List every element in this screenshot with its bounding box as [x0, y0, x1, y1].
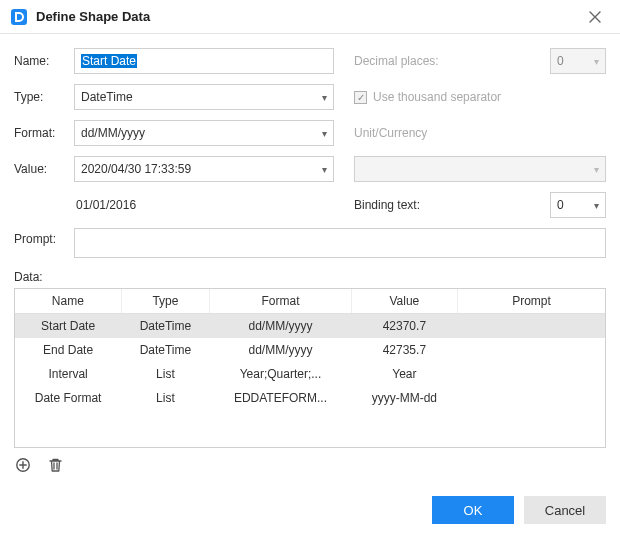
dialog-window: Define Shape Data Name: Start Date Decim…: [0, 0, 620, 538]
cell-value: 42370.7: [351, 314, 457, 339]
type-value: DateTime: [81, 90, 133, 104]
titlebar: Define Shape Data: [0, 0, 620, 34]
name-label: Name:: [14, 54, 74, 68]
decimal-places-value: 0: [557, 54, 564, 68]
add-row-button[interactable]: [14, 456, 32, 474]
value-label: Value:: [14, 162, 74, 176]
cell-format: dd/MM/yyyy: [210, 338, 352, 362]
format-value: dd/MM/yyyy: [81, 126, 145, 140]
close-icon: [589, 11, 601, 23]
thousand-separator-row: Use thousand separator: [354, 90, 606, 104]
thousand-separator-label: Use thousand separator: [373, 90, 501, 104]
cell-name: Date Format: [15, 386, 121, 410]
cell-format: Year;Quarter;...: [210, 362, 352, 386]
unit-currency-select[interactable]: [354, 156, 606, 182]
col-prompt[interactable]: Prompt: [457, 289, 605, 314]
value-select[interactable]: 2020/04/30 17:33:59: [74, 156, 334, 182]
trash-icon: [48, 457, 63, 473]
data-label: Data:: [14, 270, 606, 284]
cancel-button[interactable]: Cancel: [524, 496, 606, 524]
dialog-title: Define Shape Data: [36, 9, 150, 24]
value-value: 2020/04/30 17:33:59: [81, 162, 191, 176]
cell-type: DateTime: [121, 314, 210, 339]
decimal-places-label: Decimal places:: [354, 54, 474, 68]
cell-value: 42735.7: [351, 338, 457, 362]
type-label: Type:: [14, 90, 74, 104]
svg-rect-0: [11, 9, 27, 25]
cell-value: Year: [351, 362, 457, 386]
col-name[interactable]: Name: [15, 289, 121, 314]
app-icon: [10, 8, 28, 26]
cell-prompt: [457, 386, 605, 410]
binding-text-label: Binding text:: [354, 198, 540, 212]
prompt-input[interactable]: [74, 228, 606, 258]
binding-text-value: 0: [557, 198, 564, 212]
format-label: Format:: [14, 126, 74, 140]
cell-type: List: [121, 362, 210, 386]
name-input-value: Start Date: [81, 54, 137, 68]
col-type[interactable]: Type: [121, 289, 210, 314]
prompt-label: Prompt:: [14, 228, 74, 246]
table-row[interactable]: IntervalListYear;Quarter;...Year: [15, 362, 605, 386]
table-row[interactable]: Start DateDateTimedd/MM/yyyy42370.7: [15, 314, 605, 339]
col-format[interactable]: Format: [210, 289, 352, 314]
table-header-row: Name Type Format Value Prompt: [15, 289, 605, 314]
cell-format: dd/MM/yyyy: [210, 314, 352, 339]
dialog-footer: OK Cancel: [0, 488, 620, 538]
table-row[interactable]: End DateDateTimedd/MM/yyyy42735.7: [15, 338, 605, 362]
cell-format: EDDATEFORM...: [210, 386, 352, 410]
form-grid: Name: Start Date Decimal places: 0 Type:…: [14, 48, 606, 218]
ok-button[interactable]: OK: [432, 496, 514, 524]
name-input[interactable]: Start Date: [74, 48, 334, 74]
data-table[interactable]: Name Type Format Value Prompt Start Date…: [14, 288, 606, 448]
data-section: Data: Name Type Format Value Prompt: [14, 270, 606, 478]
table-row[interactable]: Date FormatListEDDATEFORM...yyyy-MM-dd: [15, 386, 605, 410]
type-select[interactable]: DateTime: [74, 84, 334, 110]
cell-prompt: [457, 362, 605, 386]
cell-prompt: [457, 314, 605, 339]
delete-row-button[interactable]: [46, 456, 64, 474]
close-button[interactable]: [580, 2, 610, 32]
cell-type: DateTime: [121, 338, 210, 362]
binding-text-select[interactable]: 0: [550, 192, 606, 218]
cell-type: List: [121, 386, 210, 410]
dialog-body: Name: Start Date Decimal places: 0 Type:…: [0, 34, 620, 488]
plus-circle-icon: [15, 457, 31, 473]
format-select[interactable]: dd/MM/yyyy: [74, 120, 334, 146]
cell-prompt: [457, 338, 605, 362]
col-value[interactable]: Value: [351, 289, 457, 314]
cell-name: End Date: [15, 338, 121, 362]
data-toolbar: [14, 448, 606, 478]
cell-name: Interval: [15, 362, 121, 386]
cell-value: yyyy-MM-dd: [351, 386, 457, 410]
value-sample-text: 01/01/2016: [74, 198, 334, 212]
unit-currency-label: Unit/Currency: [354, 126, 606, 140]
thousand-separator-checkbox[interactable]: [354, 91, 367, 104]
decimal-places-select[interactable]: 0: [550, 48, 606, 74]
cell-name: Start Date: [15, 314, 121, 339]
prompt-row: Prompt:: [14, 228, 606, 258]
